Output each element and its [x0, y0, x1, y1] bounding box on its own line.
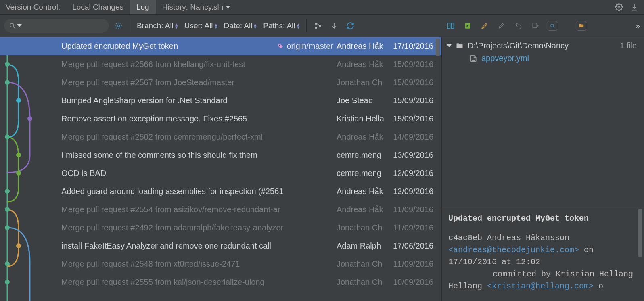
author-email-link[interactable]: <andreas@thecodejunkie.com>: [448, 245, 579, 255]
chevron-down-icon: [447, 44, 452, 47]
refresh-icon[interactable]: [345, 21, 355, 31]
commit-message: Merge pull request #2555 from kal/json-d…: [61, 278, 337, 287]
branch-tag: origin/master: [278, 42, 333, 51]
commit-author: Jonathan Ch: [337, 259, 393, 269]
commit-row[interactable]: I missed some of the comments so this sh…: [0, 146, 441, 164]
committer-email-link[interactable]: <kristian@hellang.com>: [487, 282, 594, 291]
svg-point-23: [279, 45, 280, 46]
search-input[interactable]: [4, 19, 109, 33]
arrow-down-icon[interactable]: [329, 21, 339, 31]
commit-message: Merge pull request #2502 from cemremengu…: [61, 132, 337, 142]
commit-date: 11/09/2016: [393, 259, 441, 269]
commit-row[interactable]: Merge pull request #2548 from xt0rted/is…: [0, 255, 441, 273]
folder-icon[interactable]: [577, 21, 586, 31]
svg-rect-27: [533, 23, 537, 28]
commit-date: 11/09/2016: [393, 223, 441, 232]
scrollbar-vertical[interactable]: [638, 207, 643, 301]
root-path: D:\Projects\Git\Demo\Nancy: [468, 41, 569, 50]
commit-message: Merge pull request #2567 from JoeStead/m…: [61, 78, 337, 87]
svg-point-1: [10, 23, 14, 27]
commit-row[interactable]: OCD is BADcemre.meng12/09/2016: [0, 164, 441, 182]
undo-icon[interactable]: [514, 21, 523, 31]
commit-date: 12/09/2016: [393, 187, 441, 196]
folder-icon: [456, 42, 464, 50]
tree-root[interactable]: D:\Projects\Git\Demo\Nancy 1 file: [447, 41, 639, 50]
commit-message: Remove assert on exception message. Fixe…: [61, 114, 337, 123]
commit-row[interactable]: Merge pull request #2566 from khellang/f…: [0, 55, 441, 73]
commit-date: 12/09/2016: [393, 169, 441, 178]
date-filter[interactable]: Date: All▴▾: [224, 21, 257, 30]
commit-date: 17/06/2016: [393, 241, 441, 251]
commit-author: Andreas Håk: [337, 205, 393, 214]
commit-row[interactable]: install FakeItEasy.Analyzer and remove o…: [0, 237, 441, 255]
commit-message: Bumped AngleSharp version for .Net Stand…: [61, 96, 337, 105]
commit-author: Joe Stead: [337, 96, 393, 105]
file-name: appveyor.yml: [481, 54, 529, 63]
commit-author: Andreas Håk: [337, 60, 393, 69]
commit-message: Merge pull request #2566 from khellang/f…: [61, 60, 337, 69]
tab-history[interactable]: History: Nancy.sln: [156, 0, 237, 14]
commit-message: I missed some of the comments so this sh…: [61, 150, 337, 160]
gear-icon[interactable]: [614, 2, 624, 12]
commit-row[interactable]: Merge pull request #2554 from asizikov/r…: [0, 201, 441, 219]
commit-row[interactable]: Merge pull request #2492 from adamralph/…: [0, 219, 441, 237]
tab-log[interactable]: Log: [130, 0, 156, 14]
branch-graph-icon[interactable]: [313, 21, 323, 31]
tag-icon: [278, 43, 284, 50]
svg-point-0: [618, 6, 620, 8]
commit-row[interactable]: Remove assert on exception message. Fixe…: [0, 110, 441, 128]
svg-point-4: [315, 23, 316, 24]
commit-row[interactable]: Added guard around loading assemblies fo…: [0, 182, 441, 201]
preview-icon[interactable]: [548, 21, 557, 31]
commit-author: Kristian Hella: [337, 114, 393, 123]
committed-by: committed by Kristian Hellang: [448, 270, 633, 279]
export-icon[interactable]: [531, 21, 540, 31]
commit-author: Jonathan Ch: [337, 278, 393, 287]
commit-row[interactable]: Merge pull request #2567 from JoeStead/m…: [0, 73, 441, 92]
commit-message: Merge pull request #2554 from asizikov/r…: [61, 205, 337, 214]
commit-date: 13/09/2016: [393, 150, 441, 160]
commit-date: 14/09/2016: [393, 132, 441, 142]
commit-author: Adam Ralph: [337, 241, 393, 251]
svg-point-28: [551, 24, 554, 27]
scrollbar-vertical[interactable]: [435, 37, 441, 301]
commit-date: 11/09/2016: [393, 205, 441, 214]
commit-author: Andreas Håk: [337, 132, 393, 142]
commit-date: 15/09/2016: [393, 96, 441, 105]
tab-local-changes[interactable]: Local Changes: [66, 0, 130, 14]
commit-author: Jonathan Ch: [337, 223, 393, 232]
commit-author: Andreas Håkansson: [487, 233, 569, 242]
changed-file[interactable]: appveyor.yml: [447, 50, 639, 63]
svg-line-29: [553, 27, 554, 28]
edit-icon[interactable]: [480, 21, 489, 31]
commit-datetime: 17/10/2016 at 12:02: [448, 257, 540, 267]
commit-author: Andreas Håk: [337, 187, 393, 196]
user-filter[interactable]: User: All▴▾: [184, 21, 217, 30]
commit-row[interactable]: Merge pull request #2555 from kal/json-d…: [0, 273, 441, 291]
commit-date: 15/09/2016: [393, 78, 441, 87]
commit-author: cemre.meng: [337, 169, 393, 178]
paths-filter[interactable]: Paths: All▴▾: [263, 21, 299, 30]
commit-message: Added guard around loading assemblies fo…: [61, 187, 337, 196]
download-icon[interactable]: [629, 2, 639, 12]
file-count: 1 file: [620, 41, 639, 50]
commit-row[interactable]: Updated encrupted MyGet tokenorigin/mast…: [0, 37, 441, 55]
commit-date: 10/09/2016: [393, 278, 441, 287]
diff-icon[interactable]: [446, 21, 456, 31]
commit-title: Updated encrupted MyGet token: [448, 213, 638, 225]
more-actions-right[interactable]: »: [636, 21, 640, 30]
branch-filter[interactable]: Branch: All▴▾: [137, 21, 178, 30]
commit-message: Updated encrupted MyGet tokenorigin/mast…: [61, 42, 337, 51]
gear-icon[interactable]: [114, 21, 123, 31]
chevron-down-icon: [226, 6, 230, 8]
commit-row[interactable]: Merge pull request #2502 from cemremengu…: [0, 128, 441, 146]
svg-rect-24: [448, 23, 450, 28]
commit-message: install FakeItEasy.Analyzer and remove o…: [61, 241, 337, 251]
file-icon: [469, 54, 477, 63]
revert-icon[interactable]: [463, 21, 473, 31]
commit-message: Merge pull request #2492 from adamralph/…: [61, 223, 337, 232]
commit-details: Updated encrupted MyGet token c4ac8eb An…: [442, 207, 644, 301]
highlight-icon[interactable]: [497, 21, 506, 31]
commit-row[interactable]: Bumped AngleSharp version for .Net Stand…: [0, 92, 441, 110]
changed-files-tree: D:\Projects\Git\Demo\Nancy 1 file appvey…: [442, 37, 644, 207]
